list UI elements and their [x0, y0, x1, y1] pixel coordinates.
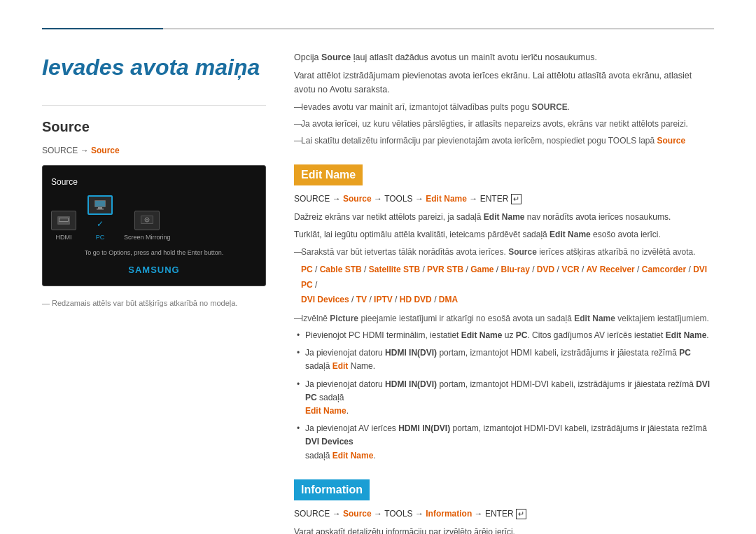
device-hd-dvd: HD DVD — [400, 295, 432, 304]
source-screen: Source HDMI — [42, 165, 266, 286]
samsung-logo: SAMSUNG — [51, 263, 257, 277]
b2-pc: PC — [679, 348, 691, 358]
information-cmd: SOURCE → Source → TOOLS → Information → … — [294, 507, 714, 520]
device-dma: DMA — [439, 295, 458, 304]
left-footnote: Redzamais attēls var būt atšķirīgs atkar… — [42, 297, 266, 309]
device-camcorder: Camcorder — [642, 265, 686, 274]
dash-item-1: Ievades avotu var mainīt arī, izmantojot… — [294, 101, 714, 114]
b4-editname: Edit Name — [332, 451, 374, 461]
source-icon-pc[interactable]: ✓ PC — [88, 195, 113, 243]
device-pvr-stb: PVR STB — [427, 265, 463, 274]
breadcrumb-prefix: SOURCE → — [42, 146, 91, 155]
cmd-source-orange: Source — [343, 194, 372, 204]
intro-text-1: Opcija Source ļauj atlasīt dažādus avotu… — [294, 50, 714, 64]
b4-dvidevices: DVI Devices — [305, 437, 354, 447]
bullet-1: Pievienojot PC HDMI terminālim, iestatie… — [294, 329, 714, 342]
section-title: Source — [42, 116, 266, 137]
b4-hdmi: HDMI IN(DVI) — [398, 423, 450, 433]
device-sat-stb: Satellite STB — [369, 265, 420, 274]
dash-item-3: Lai skatītu detalizētu informāciju par p… — [294, 134, 714, 148]
b2-edit: Edit — [332, 361, 349, 371]
information-heading: Information — [294, 479, 370, 500]
source-icon-screen-mirroring[interactable]: Screen Mirroring — [124, 211, 171, 243]
bullet-2: Ja pievienojat datoru HDMI IN(DVI) porta… — [294, 346, 714, 373]
info-enter-icon: ↵ — [516, 509, 526, 519]
divider — [42, 105, 266, 106]
pc-icon-box — [88, 195, 113, 215]
pc-icon — [93, 199, 107, 211]
svg-rect-5 — [98, 207, 102, 209]
device-cable-stb: Cable STB — [320, 265, 362, 274]
info-cmd-source: Source — [343, 509, 372, 519]
device-dvd: DVD — [537, 265, 554, 274]
edit-name-bold2: Edit Name — [550, 230, 591, 239]
b1-editname2: Edit Name — [666, 330, 707, 340]
right-panel: Opcija Source ļauj atlasīt dažādus avotu… — [294, 50, 714, 534]
left-panel: Ievades avota maiņa Source SOURCE → Sour… — [42, 50, 266, 534]
hdmi-icon-box — [51, 211, 76, 230]
svg-point-10 — [146, 219, 148, 220]
bullet-4: Ja pievienojat AV ierīces HDMI IN(DVI) p… — [294, 422, 714, 463]
breadcrumb-highlight: Source — [91, 146, 120, 155]
b3-hdmi: HDMI IN(DVI) — [385, 379, 437, 389]
device-dvi-devices: DVI Devices — [301, 295, 349, 304]
svg-rect-2 — [59, 218, 68, 221]
device-tv: TV — [356, 295, 367, 304]
top-border — [42, 28, 714, 29]
info-cmd-information: Information — [426, 509, 472, 519]
device-vcr: VCR — [561, 265, 579, 274]
b3-editname: Edit Name — [305, 406, 346, 416]
edit-name-body2: Turklāt, lai iegūtu optimālu attēla kval… — [294, 228, 714, 241]
screen-mirroring-icon-box — [134, 211, 160, 230]
samsung-logo-text: SAMSUNG — [128, 265, 179, 275]
source-screen-title: Source — [51, 176, 257, 188]
page-title: Ievades avota maiņa — [42, 50, 266, 84]
dash-item-2: Ja avota ierīcei, uz kuru vēlaties pārsl… — [294, 118, 714, 131]
page: Ievades avota maiņa Source SOURCE → Sour… — [0, 0, 756, 534]
enter-icon: ↵ — [511, 194, 522, 204]
svg-rect-6 — [97, 209, 104, 210]
device-game: Game — [470, 265, 493, 274]
intro-text-2: Varat attēlot izstrādājumam pievienotas … — [294, 69, 714, 97]
screen-mirroring-label: Screen Mirroring — [124, 233, 171, 243]
b3-dvipc: DVI PC — [305, 379, 710, 402]
dash-source-list-intro: Sarakstā var būt ietvertas tālāk norādīt… — [294, 246, 714, 259]
source-icons: HDMI ✓ PC — [51, 195, 257, 243]
device-av-receiver: AV Receiver — [587, 265, 635, 274]
edit-name-heading: Edit Name — [294, 164, 363, 185]
b1-pc: PC — [516, 330, 528, 340]
source-hint: To go to Options, press and hold the Ent… — [51, 248, 257, 258]
b1-editname1: Edit Name — [461, 330, 503, 340]
bullet-3: Ja pievienojat datoru HDMI IN(DVI) porta… — [294, 378, 714, 419]
information-body: Varat apskatīt detalizētu informāciju pa… — [294, 526, 714, 534]
hdmi-icon — [57, 215, 71, 226]
edit-name-cmd: SOURCE → Source → TOOLS → Edit Name → EN… — [294, 192, 714, 205]
dash3-source-highlight: Source — [657, 136, 686, 146]
dash-picture: Izvēlnē Picture pieejamie iestatījumi ir… — [294, 312, 714, 325]
cmd-editname-orange: Edit Name — [426, 194, 467, 204]
svg-rect-4 — [95, 201, 105, 206]
device-bluray: Blu-ray — [501, 265, 530, 274]
breadcrumb: SOURCE → Source — [42, 144, 266, 157]
b2-hdmi: HDMI IN(DVI) — [385, 348, 437, 358]
main-content: Ievades avota maiņa Source SOURCE → Sour… — [42, 50, 714, 534]
device-list: PC / Cable STB / Satellite STB / PVR STB… — [294, 262, 714, 308]
device-iptv: IPTV — [374, 295, 393, 304]
hdmi-label: HDMI — [56, 233, 72, 243]
pc-label: PC — [96, 233, 105, 243]
pc-checkmark: ✓ — [97, 218, 104, 230]
screen-mirroring-icon — [140, 215, 154, 226]
source-icon-hdmi[interactable]: HDMI — [51, 211, 76, 243]
edit-name-bold1: Edit Name — [484, 212, 525, 222]
intro-source-bold: Source — [321, 52, 351, 62]
edit-name-body1: Dažreiz ekrāns var netikt attēlots parei… — [294, 211, 714, 224]
device-pc: PC — [301, 265, 313, 274]
